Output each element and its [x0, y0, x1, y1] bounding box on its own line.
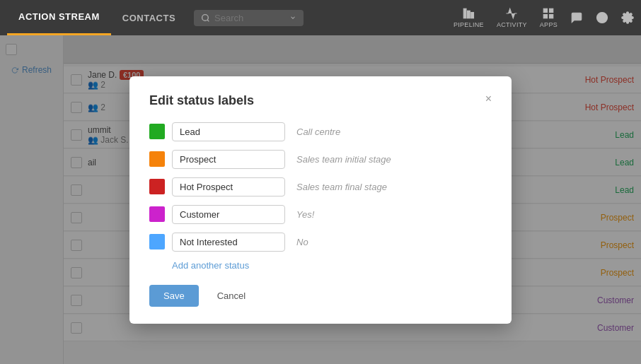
nav-pipeline[interactable]: Pipeline: [454, 7, 484, 28]
modal-footer: Save Cancel: [149, 285, 492, 307]
status-hint-hot-prospect: Sales team final stage: [296, 182, 387, 192]
modal-close-button[interactable]: ×: [485, 93, 492, 105]
nav-icons-group: Pipeline Activity Apps: [454, 7, 634, 28]
nav-activity[interactable]: Activity: [497, 7, 527, 28]
status-input-lead[interactable]: [172, 122, 285, 141]
status-hint-lead: Call centre: [296, 127, 340, 137]
status-row-customer: Yes!: [149, 205, 492, 224]
save-button[interactable]: Save: [149, 285, 199, 307]
nav-tab-contacts[interactable]: Contacts: [111, 0, 187, 35]
color-swatch-hot-prospect: [149, 179, 165, 194]
status-input-hot-prospect[interactable]: [172, 177, 285, 196]
nav-apps[interactable]: Apps: [540, 7, 558, 28]
svg-point-0: [202, 14, 209, 20]
edit-status-modal: Edit status labels × Call centre Sales t…: [129, 76, 512, 324]
status-row-hot-prospect: Sales team final stage: [149, 177, 492, 196]
search-icon: [201, 13, 210, 23]
svg-rect-3: [468, 11, 470, 18]
add-status-link[interactable]: Add another status: [172, 260, 492, 271]
modal-title: Edit status labels: [149, 93, 254, 108]
status-list: Call centre Sales team initial stage Sal…: [149, 122, 492, 252]
modal-header: Edit status labels ×: [149, 93, 492, 108]
color-swatch-lead: [149, 124, 165, 139]
svg-rect-2: [464, 8, 467, 18]
status-input-customer[interactable]: [172, 205, 285, 224]
nav-chat[interactable]: [570, 11, 583, 24]
search-input[interactable]: [214, 13, 285, 23]
cancel-button[interactable]: Cancel: [206, 285, 257, 307]
svg-line-1: [207, 20, 209, 21]
nav-help[interactable]: [596, 11, 608, 24]
content-area: Refresh Jane D. €100 👥 2 Hot Prospect 👥 …: [0, 35, 641, 364]
nav-tab-action-stream[interactable]: Action Stream: [7, 0, 111, 35]
status-row-not-interested: No: [149, 233, 492, 252]
status-row-lead: Call centre: [149, 122, 492, 141]
svg-rect-5: [544, 8, 548, 12]
color-swatch-prospect: [149, 151, 165, 167]
search-bar[interactable]: [194, 10, 304, 26]
svg-rect-7: [544, 15, 548, 18]
status-row-prospect: Sales team initial stage: [149, 150, 492, 169]
status-hint-prospect: Sales team initial stage: [296, 154, 391, 165]
nav-settings[interactable]: [621, 11, 634, 24]
color-swatch-customer: [149, 206, 165, 222]
status-input-prospect[interactable]: [172, 150, 285, 169]
svg-rect-4: [471, 13, 474, 18]
status-hint-customer: Yes!: [296, 209, 314, 220]
status-hint-not-interested: No: [296, 237, 308, 247]
status-input-not-interested[interactable]: [172, 233, 285, 252]
color-swatch-not-interested: [149, 234, 165, 249]
top-navigation: Action Stream Contacts Pipeline Activity: [0, 0, 641, 35]
chevron-down-icon: [289, 14, 296, 21]
svg-rect-6: [550, 8, 553, 12]
svg-rect-8: [550, 15, 553, 18]
